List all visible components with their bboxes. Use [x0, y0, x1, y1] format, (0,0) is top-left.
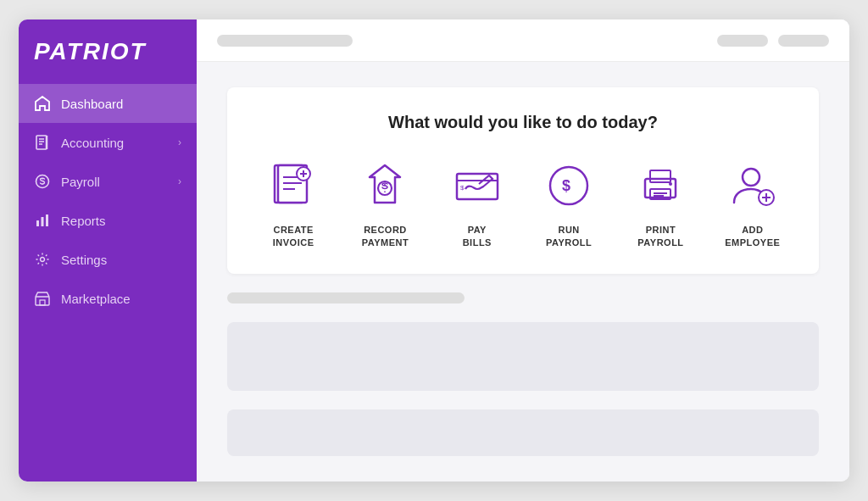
svg-rect-6 — [36, 297, 49, 305]
bills-icon: $ — [448, 156, 507, 215]
sidebar-item-dashboard-label: Dashboard — [61, 97, 181, 111]
action-record-payment[interactable]: RECORDPAYMENT — [351, 156, 419, 250]
svg-rect-7 — [40, 300, 45, 305]
sidebar-item-settings[interactable]: Settings — [19, 240, 197, 279]
action-pay-bills-label: PAYBILLS — [463, 224, 492, 250]
action-run-payroll[interactable]: $ RUNPAYROLL — [535, 156, 603, 250]
sidebar-item-marketplace[interactable]: Marketplace — [19, 279, 197, 318]
gear-icon — [34, 251, 51, 268]
sidebar-item-marketplace-label: Marketplace — [61, 292, 181, 306]
sidebar-nav: Dashboard Accounting › — [19, 84, 197, 318]
top-bar-placeholder-wide — [217, 35, 353, 47]
svg-text:$: $ — [562, 177, 570, 194]
action-add-employee[interactable]: ADDEMPLOYEE — [719, 156, 787, 250]
svg-point-5 — [41, 258, 45, 262]
bar-chart-icon — [34, 212, 51, 229]
sidebar: PATRIOT Dashboard — [19, 19, 197, 482]
sidebar-item-dashboard[interactable]: Dashboard — [19, 84, 197, 123]
sidebar-item-payroll-label: Payroll — [61, 175, 168, 189]
sidebar-item-accounting[interactable]: Accounting › — [19, 123, 197, 162]
dollar-circle-icon — [34, 173, 51, 190]
quick-actions-title: What would you like to do today? — [253, 113, 793, 132]
home-icon — [34, 95, 51, 112]
action-print-payroll[interactable]: PRINTPAYROLL — [626, 156, 694, 250]
sidebar-item-reports-label: Reports — [61, 214, 181, 228]
svg-point-28 — [669, 182, 672, 186]
payroll-icon: $ — [539, 156, 598, 215]
svg-rect-2 — [36, 220, 39, 226]
top-bar-placeholder-right2 — [778, 35, 829, 47]
action-pay-bills[interactable]: $ PAYBILLS — [443, 156, 511, 250]
book-icon — [34, 134, 51, 151]
sidebar-item-payroll[interactable]: Payroll › — [19, 162, 197, 201]
print-icon — [631, 156, 690, 215]
svg-rect-4 — [46, 214, 48, 226]
employee-icon — [723, 156, 782, 215]
placeholder-block-1 — [227, 322, 819, 392]
action-run-payroll-label: RUNPAYROLL — [546, 224, 592, 250]
store-icon — [34, 290, 51, 307]
svg-rect-24 — [650, 170, 670, 182]
quick-actions-grid: CREATEINVOICE RECORDPAYMENT — [253, 156, 793, 250]
svg-text:$: $ — [460, 184, 465, 192]
svg-rect-0 — [36, 136, 47, 149]
action-create-invoice-label: CREATEINVOICE — [273, 224, 314, 250]
sidebar-item-accounting-label: Accounting — [61, 136, 168, 150]
placeholder-block-2 — [227, 409, 819, 456]
placeholder-bar — [227, 292, 465, 303]
action-create-invoice[interactable]: CREATEINVOICE — [259, 156, 327, 250]
svg-point-29 — [743, 169, 760, 186]
top-bar-placeholder-right1 — [717, 35, 768, 47]
invoice-icon — [264, 156, 323, 215]
chevron-right-icon: › — [178, 136, 181, 148]
payment-icon — [355, 156, 415, 215]
main-content: What would you like to do today? — [197, 19, 849, 482]
app-logo: PATRIOT — [19, 19, 197, 81]
sidebar-item-reports[interactable]: Reports — [19, 201, 197, 240]
top-bar — [197, 19, 849, 62]
app-container: PATRIOT Dashboard — [19, 19, 849, 482]
quick-actions-section: What would you like to do today? — [227, 87, 819, 274]
action-record-payment-label: RECORDPAYMENT — [362, 224, 409, 250]
sidebar-item-settings-label: Settings — [61, 253, 181, 267]
content-area: What would you like to do today? — [197, 62, 849, 482]
action-add-employee-label: ADDEMPLOYEE — [725, 224, 780, 250]
chevron-right-icon-2: › — [178, 175, 181, 187]
action-print-payroll-label: PRINTPAYROLL — [637, 224, 683, 250]
svg-rect-3 — [42, 217, 44, 226]
